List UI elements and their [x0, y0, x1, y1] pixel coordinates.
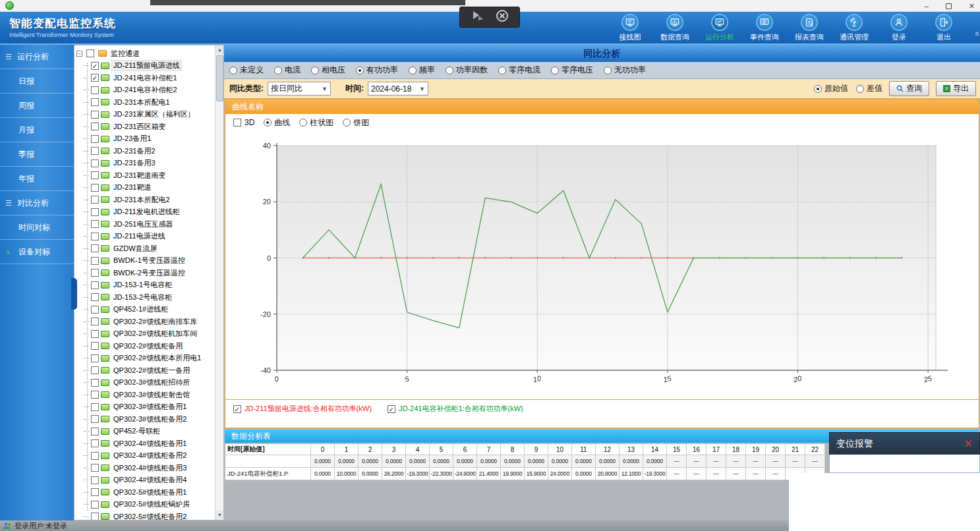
compare-type-select[interactable]: 按日同比▼ — [268, 82, 331, 96]
tree-item-label[interactable]: QP302-5#馈线柜锅炉房 — [112, 499, 191, 509]
sidebar-item-time-benchmark[interactable]: 时间对标 — [0, 215, 74, 240]
tree-item-checkbox[interactable] — [91, 135, 99, 143]
tree-item-checkbox[interactable] — [91, 366, 99, 374]
tree-item-checkbox[interactable] — [91, 476, 99, 484]
minimize-button[interactable]: – — [925, 0, 929, 12]
chart-type-radio-柱状图[interactable]: 柱状图 — [299, 117, 333, 128]
sidebar-item-run-analysis[interactable]: ☰运行分析 — [0, 45, 74, 69]
close-circle-icon[interactable] — [496, 9, 509, 25]
value-mode-radio-原始值[interactable]: 原始值 — [814, 83, 848, 94]
tree-item-checkbox[interactable] — [91, 159, 99, 167]
tree-item-label[interactable]: JD-231本所配电1 — [112, 98, 171, 107]
tree-item-label[interactable]: JD-251电压互感器 — [112, 219, 174, 229]
tree-item-label[interactable]: QP302-2#馈线柜机加车间 — [112, 329, 198, 339]
metric-radio-相电压[interactable]: 相电压 — [311, 65, 345, 76]
tree-item-checkbox[interactable] — [91, 184, 99, 192]
value-mode-radio-差值[interactable]: 差值 — [856, 83, 882, 94]
metric-radio-频率[interactable]: 频率 — [409, 65, 435, 76]
tree-item-label[interactable]: BWDK-2号变压器温控 — [112, 268, 187, 278]
tree-scrollbar[interactable]: ▲ ▼ — [215, 45, 223, 520]
tree-item-label[interactable]: JD-153-1号电容柜 — [112, 280, 173, 290]
tree-item-label[interactable]: QP302-3#馈线柜招待所 — [112, 377, 191, 387]
tree-item-checkbox[interactable] — [91, 452, 99, 460]
tree-item-label[interactable]: JD-23备用1 — [112, 134, 152, 144]
table-row-label[interactable]: JD-211预留电源进线.P — [225, 455, 311, 468]
tree-item-checkbox[interactable] — [91, 233, 99, 240]
sidebar-item-compare-analysis[interactable]: ☰对比分析 — [0, 191, 74, 215]
metric-radio-功率因数[interactable]: 功率因数 — [446, 65, 488, 76]
tree-item-checkbox[interactable]: ✓ — [91, 62, 99, 70]
nav-data-query[interactable]: 数据查询 — [656, 14, 694, 42]
tree-item-label[interactable]: JD-241电容补偿柜1 — [112, 73, 179, 83]
tree-item-label[interactable]: JD-211电源进线 — [112, 231, 167, 241]
tree-item-checkbox[interactable] — [91, 513, 99, 520]
close-icon[interactable]: ✕ — [964, 437, 973, 450]
tree-root-checkbox[interactable] — [86, 49, 94, 57]
mode-3d-checkbox[interactable]: 3D — [233, 118, 254, 127]
tree-item-checkbox[interactable] — [91, 293, 99, 301]
tree-item-checkbox[interactable]: ✓ — [91, 74, 99, 82]
collapse-icon[interactable]: − — [76, 51, 82, 57]
tree-item-label[interactable]: JD-231靶道 — [112, 182, 152, 192]
sidebar-collapse-handle[interactable] — [71, 278, 77, 310]
tree-item-label[interactable]: QP302-4#馈线柜备用1 — [112, 439, 188, 449]
tree-item-label[interactable]: JD-211预留电源进线 — [112, 61, 181, 70]
sidebar-item-daily-report[interactable]: 日报 — [0, 69, 74, 94]
tree-item-label[interactable]: JD-231家属区（福利区） — [112, 109, 196, 119]
tree-item-checkbox[interactable] — [91, 147, 99, 155]
scroll-down-icon[interactable]: ▼ — [216, 511, 224, 520]
metric-radio-电流[interactable]: 电流 — [274, 65, 301, 76]
tree-item-checkbox[interactable] — [91, 86, 99, 94]
tree-item-checkbox[interactable] — [91, 306, 99, 314]
tree-item-checkbox[interactable] — [91, 220, 99, 228]
tree-item-label[interactable]: JD-153-2号电容柜 — [112, 293, 173, 302]
nav-event-query[interactable]: 事件查询 — [745, 14, 784, 42]
nav-login[interactable]: 登录 — [880, 14, 918, 42]
tree-item-label[interactable]: QP302-3#馈线柜射击馆 — [112, 390, 191, 400]
tree-item-label[interactable]: QP302-3#馈线柜备用1 — [112, 402, 188, 412]
legend-item[interactable]: ✓JD-241电容补偿柜1:合相有功功率(kW) — [388, 404, 523, 414]
screen-share-icon[interactable] — [471, 10, 485, 24]
metric-radio-有功功率[interactable]: 有功功率 — [356, 65, 398, 76]
tree-item-label[interactable]: QP302-2#馈线柜备用 — [112, 341, 184, 351]
tree-item-checkbox[interactable] — [91, 111, 99, 119]
tree-item-label[interactable]: JD-231西区箱变 — [112, 122, 167, 132]
nav-report-query[interactable]: 报表查询 — [790, 14, 828, 42]
sidebar-item-monthly-report[interactable]: 月报 — [0, 118, 74, 142]
tree-item-label[interactable]: JD-231靶道南变 — [112, 171, 167, 181]
tree-item-checkbox[interactable] — [91, 403, 99, 411]
tree-item-checkbox[interactable] — [91, 501, 99, 509]
chart-type-radio-饼图[interactable]: 饼图 — [343, 117, 369, 128]
tree-item-label[interactable]: QP302-4#馈线柜备用3 — [112, 463, 188, 473]
scroll-up-icon[interactable]: ▲ — [216, 45, 224, 55]
tree-item-checkbox[interactable] — [91, 488, 99, 496]
metric-radio-零序电流[interactable]: 零序电流 — [498, 65, 540, 76]
sidebar-item-quarterly-report[interactable]: 季报 — [0, 142, 74, 167]
legend-checkbox[interactable]: ✓ — [233, 405, 241, 413]
scrollbar-thumb[interactable] — [216, 55, 223, 101]
tree-item-label[interactable]: QP302-5#馈线柜备用2 — [112, 512, 188, 520]
double-chevron-icon[interactable]: » — [971, 32, 980, 36]
tree-item-label[interactable]: QP302-5#馈线柜备用1 — [112, 488, 188, 497]
tree-item-checkbox[interactable] — [91, 391, 99, 399]
tree-item-label[interactable]: QP452-1#进线柜 — [112, 304, 169, 314]
tree-item-label[interactable]: JD-211发电机进线柜 — [112, 207, 181, 217]
nav-logout[interactable]: 退出 — [925, 14, 963, 42]
tree-item-label[interactable]: QP452-母联柜 — [112, 426, 161, 436]
tree-item-checkbox[interactable] — [91, 269, 99, 277]
tree-item-label[interactable]: QP302-4#馈线柜备用4 — [112, 475, 188, 485]
maximize-button[interactable] — [946, 3, 952, 9]
export-button[interactable]: X 导出 — [936, 81, 976, 96]
tree-item-checkbox[interactable] — [91, 123, 99, 130]
date-select[interactable]: 2024-06-18▼ — [368, 82, 428, 96]
tree-item-label[interactable]: QP302-2#馈线柜一备用 — [112, 366, 191, 376]
tree-item-checkbox[interactable] — [91, 439, 99, 447]
tree-root-label[interactable]: 监控通道 — [109, 49, 141, 59]
tree-item-label[interactable]: BWDK-1号变压器温控 — [112, 256, 187, 266]
tree-item-checkbox[interactable] — [91, 318, 99, 325]
tree-item-checkbox[interactable] — [91, 464, 99, 472]
tree-item-label[interactable]: QP302-3#馈线柜备用2 — [112, 414, 188, 424]
metric-radio-无功功率[interactable]: 无功功率 — [604, 65, 646, 76]
sidebar-item-annual-report[interactable]: 年报 — [0, 167, 74, 191]
tree-item-label[interactable]: GZDW直流屏 — [112, 244, 159, 254]
